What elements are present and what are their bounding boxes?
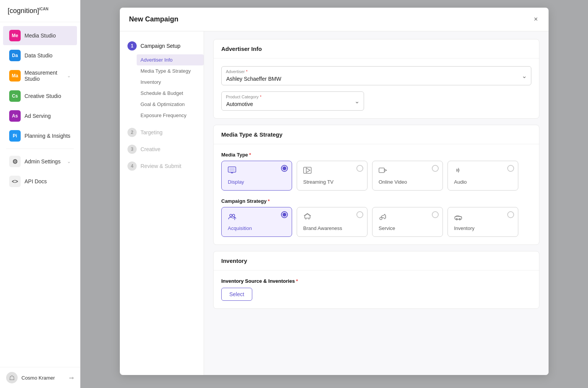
sub-step-advertiser-info[interactable]: Advertiser Info bbox=[137, 54, 204, 65]
media-card-label-online-video: Online Video bbox=[379, 179, 436, 185]
step-label-3: Creative bbox=[140, 146, 160, 152]
sidebar-item-planning-insights[interactable]: Pi Planning & Insights bbox=[3, 126, 77, 145]
media-type-label: Media Type * bbox=[221, 152, 531, 158]
sidebar-item-label: Creative Studio bbox=[24, 93, 71, 99]
media-card-online-video[interactable]: Online Video bbox=[372, 161, 443, 191]
step-label-4: Review & Submit bbox=[140, 163, 181, 169]
modal-overlay: New Campaign × 1 Campaign Setup Advertis… bbox=[80, 0, 588, 388]
sub-steps-1: Advertiser Info Media Type & Strategy In… bbox=[120, 54, 204, 121]
avatar-ad-serving: As bbox=[9, 110, 21, 122]
media-card-streaming-tv[interactable]: Streaming TV bbox=[297, 161, 368, 191]
advertiser-select-wrapper: Advertiser * Ashley Schaeffer BMW ⌄ bbox=[221, 66, 531, 85]
sidebar-item-media-studio[interactable]: Me Media Studio bbox=[3, 26, 77, 45]
sub-step-inventory[interactable]: Inventory bbox=[137, 77, 204, 88]
service-icon bbox=[379, 213, 436, 222]
chevron-icon: ⌄ bbox=[67, 73, 71, 78]
step-number-4: 4 bbox=[127, 161, 137, 171]
strategy-card-radio-brand-awareness bbox=[356, 211, 363, 218]
advertiser-info-section: Advertiser Info Advertiser * bbox=[213, 39, 539, 119]
sub-step-exposure-frequency[interactable]: Exposure Frequency bbox=[137, 110, 204, 121]
avatar-media-studio: Me bbox=[9, 30, 21, 41]
strategy-card-label-brand-awareness: Brand Awareness bbox=[303, 225, 361, 231]
campaign-strategy-group: Campaign Strategy * A bbox=[221, 198, 531, 237]
sub-step-goal-optimization[interactable]: Goal & Optimization bbox=[137, 99, 204, 110]
media-type-group: Media Type * Display bbox=[221, 152, 531, 191]
media-card-label-audio: Audio bbox=[454, 179, 512, 185]
sidebar-item-label: Measurement Studio bbox=[24, 70, 63, 82]
brand-awareness-icon bbox=[303, 213, 361, 222]
advertiser-label: Advertiser * bbox=[226, 69, 248, 74]
user-avatar-icon: ☖ bbox=[6, 372, 18, 383]
step-3[interactable]: 3 Creative bbox=[120, 141, 204, 158]
strategy-card-radio-service bbox=[432, 211, 439, 218]
modal-body: 1 Campaign Setup Advertiser Info Media T… bbox=[120, 31, 549, 375]
strategy-card-radio-inventory bbox=[507, 211, 514, 218]
required-star: * bbox=[296, 278, 298, 284]
svg-point-9 bbox=[230, 214, 232, 217]
sidebar-item-measurement-studio[interactable]: Ma Measurement Studio ⌄ bbox=[3, 66, 77, 86]
step-label-2: Targeting bbox=[140, 129, 163, 135]
media-card-display[interactable]: Display bbox=[221, 161, 292, 191]
sidebar-item-label: Planning & Insights bbox=[24, 133, 71, 139]
product-category-select-wrapper: Product Category * Automotive Retail Fin… bbox=[221, 91, 364, 111]
close-button[interactable]: × bbox=[532, 14, 539, 25]
step-2[interactable]: 2 Targeting bbox=[120, 124, 204, 141]
audio-icon bbox=[454, 166, 512, 176]
modal-header: New Campaign × bbox=[120, 8, 549, 31]
acquisition-icon bbox=[228, 213, 286, 222]
modal: New Campaign × 1 Campaign Setup Advertis… bbox=[120, 8, 549, 375]
divider bbox=[6, 148, 74, 149]
inventory-icon bbox=[454, 213, 512, 222]
media-card-radio-display bbox=[281, 165, 288, 172]
sidebar-item-admin-settings[interactable]: ⚙ Admin Settings ⌄ bbox=[3, 152, 77, 171]
advertiser-info-body: Advertiser * Ashley Schaeffer BMW ⌄ bbox=[214, 59, 539, 118]
media-card-audio[interactable]: Audio bbox=[448, 161, 518, 191]
inventory-select-button[interactable]: Select bbox=[221, 288, 252, 301]
step-number-2: 2 bbox=[127, 128, 137, 137]
sidebar-nav: Me Media Studio Da Data Studio Ma Measur… bbox=[0, 22, 80, 367]
media-card-label-display: Display bbox=[228, 179, 286, 185]
sidebar-item-creative-studio[interactable]: Cs Creative Studio bbox=[3, 86, 77, 106]
sub-step-schedule-budget[interactable]: Schedule & Budget bbox=[137, 88, 204, 99]
step-4[interactable]: 4 Review & Submit bbox=[120, 158, 204, 174]
steps-panel: 1 Campaign Setup Advertiser Info Media T… bbox=[120, 31, 204, 375]
strategy-card-service[interactable]: Service bbox=[372, 207, 443, 237]
sub-step-media-type[interactable]: Media Type & Strategy bbox=[137, 65, 204, 77]
campaign-strategy-cards: Acquisition Brand Awareness bbox=[221, 207, 531, 237]
sidebar-item-api-docs[interactable]: <> API Docs bbox=[3, 172, 77, 191]
media-card-label-streaming-tv: Streaming TV bbox=[303, 179, 361, 185]
step-label-1: Campaign Setup bbox=[140, 43, 180, 49]
strategy-card-brand-awareness[interactable]: Brand Awareness bbox=[297, 207, 368, 237]
strategy-card-inventory[interactable]: Inventory bbox=[448, 207, 518, 237]
step-number-3: 3 bbox=[127, 145, 137, 154]
product-category-field: Product Category * Automotive Retail Fin… bbox=[221, 91, 531, 111]
sidebar-item-data-studio[interactable]: Da Data Studio bbox=[3, 46, 77, 65]
step-1[interactable]: 1 Campaign Setup bbox=[120, 37, 204, 54]
media-type-cards: Display Streaming TV bbox=[221, 161, 531, 191]
avatar-measurement-studio: Ma bbox=[9, 70, 21, 82]
inventory-source-label: Inventory Source & Inventories * bbox=[221, 278, 531, 284]
svg-point-8 bbox=[457, 170, 459, 171]
media-card-radio-streaming-tv bbox=[356, 165, 363, 172]
chevron-icon: ⌄ bbox=[67, 159, 71, 164]
sidebar-item-label: Media Studio bbox=[24, 33, 71, 39]
advertiser-info-title: Advertiser Info bbox=[214, 39, 539, 59]
advertiser-select[interactable]: Ashley Schaeffer BMW bbox=[221, 66, 531, 85]
strategy-card-label-inventory: Inventory bbox=[454, 225, 512, 231]
logout-icon[interactable]: ➞ bbox=[69, 374, 74, 381]
svg-point-14 bbox=[380, 217, 382, 220]
advertiser-field: Advertiser * Ashley Schaeffer BMW ⌄ bbox=[221, 66, 531, 85]
sidebar-item-label: Admin Settings bbox=[24, 158, 63, 165]
strategy-card-acquisition[interactable]: Acquisition bbox=[221, 207, 292, 237]
streaming-tv-icon bbox=[303, 166, 361, 176]
required-star: * bbox=[260, 95, 261, 99]
strategy-card-label-acquisition: Acquisition bbox=[228, 225, 286, 231]
logo: [cognition]iCAN bbox=[0, 0, 80, 22]
sidebar-footer: ☖ Cosmo Kramer ➞ bbox=[0, 367, 80, 388]
media-card-radio-audio bbox=[507, 165, 514, 172]
avatar-data-studio: Da bbox=[9, 50, 21, 61]
sidebar-item-ad-serving[interactable]: As Ad Serving bbox=[3, 106, 77, 126]
inventory-title: Inventory bbox=[214, 251, 539, 271]
svg-rect-1 bbox=[229, 168, 235, 171]
step-number-1: 1 bbox=[127, 41, 137, 51]
